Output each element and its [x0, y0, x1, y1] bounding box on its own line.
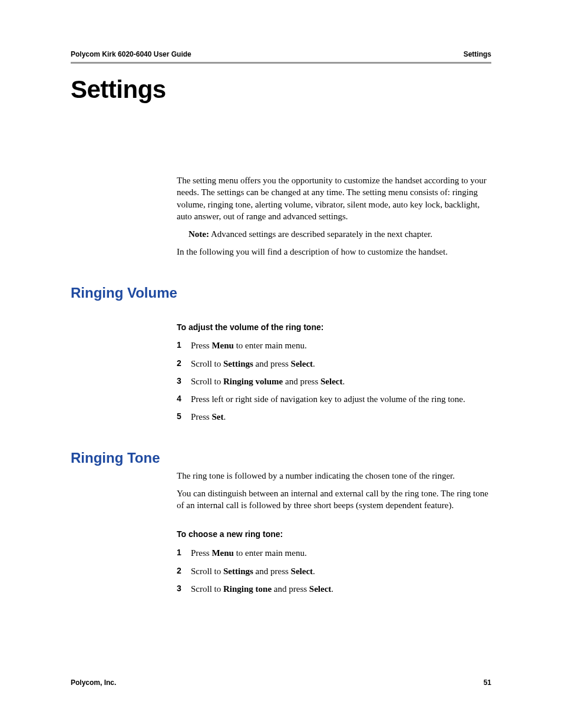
note-text: Advanced settings are described separate… — [209, 229, 432, 239]
list-item: Press Menu to enter main menu. — [177, 547, 491, 559]
section1-steps: Press Menu to enter main menu. Scroll to… — [177, 340, 491, 423]
section2-subhead: To choose a new ring tone: — [177, 529, 491, 540]
list-item: Press left or right side of navigation k… — [177, 393, 491, 405]
header-left: Polycom Kirk 6020-6040 User Guide — [71, 50, 191, 58]
section2-steps: Press Menu to enter main menu. Scroll to… — [177, 547, 491, 595]
intro-note: Note: Advanced settings are described se… — [177, 228, 491, 240]
list-item: Press Menu to enter main menu. — [177, 340, 491, 351]
footer-left: Polycom, Inc. — [71, 678, 116, 687]
intro-paragraph-2: In the following you will find a descrip… — [177, 246, 491, 258]
list-item: Scroll to Settings and press Select. — [177, 358, 491, 370]
section-heading-ringing-volume: Ringing Volume — [71, 285, 491, 301]
list-item: Press Set. — [177, 411, 491, 423]
page-title: Settings — [71, 75, 491, 104]
page: Polycom Kirk 6020-6040 User Guide Settin… — [0, 0, 562, 728]
section1-body: To adjust the volume of the ring tone: P… — [177, 322, 491, 423]
intro-paragraph-1: The setting menu offers you the opportun… — [177, 174, 491, 222]
header-right: Settings — [464, 50, 491, 58]
section-heading-ringing-tone: Ringing Tone — [71, 450, 491, 466]
list-item: Scroll to Ringing tone and press Select. — [177, 583, 491, 595]
list-item: Scroll to Settings and press Select. — [177, 565, 491, 577]
section2-body: The ring tone is followed by a number in… — [177, 470, 491, 595]
list-item: Scroll to Ringing volume and press Selec… — [177, 375, 491, 387]
header-rule — [71, 62, 491, 64]
section1-subhead: To adjust the volume of the ring tone: — [177, 322, 491, 333]
running-footer: Polycom, Inc. 51 — [71, 678, 491, 687]
section2-paragraph-1: The ring tone is followed by a number in… — [177, 470, 491, 482]
footer-page-number: 51 — [484, 678, 491, 687]
note-label: Note: — [189, 229, 209, 239]
intro-block: The setting menu offers you the opportun… — [177, 174, 491, 258]
section2-paragraph-2: You can distinguish between an internal … — [177, 487, 491, 512]
running-header: Polycom Kirk 6020-6040 User Guide Settin… — [71, 50, 491, 58]
